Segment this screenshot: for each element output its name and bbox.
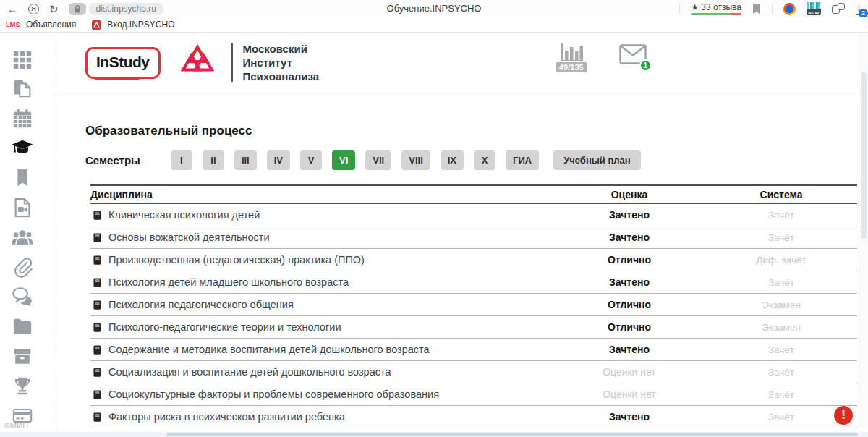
- bookmarks-bar: LMS Объявления Вход.INPSYCHO: [0, 17, 868, 33]
- system-cell: Экзамен: [705, 322, 857, 333]
- discipline-name[interactable]: Содержание и методика воспитания детей д…: [109, 344, 430, 355]
- bookmark-flag-icon[interactable]: [752, 4, 761, 14]
- scrollbar-thumb[interactable]: [166, 433, 858, 436]
- instudy-logo[interactable]: InStudy: [85, 47, 161, 79]
- download-icon[interactable]: ↓ 2: [856, 2, 862, 14]
- reviews-rating[interactable]: ★ 33 отзыва: [691, 2, 741, 15]
- semester-tab-4[interactable]: IV: [267, 150, 290, 170]
- discipline-name[interactable]: Социализация и воспитание детей дошкольн…: [109, 366, 391, 378]
- progress-badge: 49/135: [556, 62, 587, 72]
- discipline-name[interactable]: Производственная (педагогическая) практи…: [109, 254, 365, 266]
- discipline-name[interactable]: Факторы риска в психическом развитии реб…: [109, 411, 345, 423]
- grid-icon[interactable]: [11, 48, 35, 70]
- semester-tab-7[interactable]: VII: [365, 150, 391, 170]
- bar-chart-icon: [559, 42, 584, 64]
- table-row[interactable]: Психология педагогического общения Отлич…: [90, 294, 857, 316]
- documents-icon[interactable]: [11, 78, 35, 100]
- video-file-icon[interactable]: [11, 197, 35, 218]
- bookmark-announcements[interactable]: Объявления: [26, 20, 76, 30]
- copyright-label: ©МИП: [4, 421, 28, 430]
- book-icon: [92, 277, 102, 288]
- table-row[interactable]: Производственная (педагогическая) практи…: [90, 249, 857, 271]
- mail-count-badge: 1: [639, 59, 652, 72]
- table-row[interactable]: Основы вожатской деятельности Зачтено За…: [90, 226, 857, 249]
- system-cell: Зачёт: [705, 232, 857, 243]
- mail-button[interactable]: 1: [619, 44, 647, 67]
- app-window: ©МИП InStudy Московский: [0, 33, 868, 432]
- vertical-scrollbar[interactable]: [859, 33, 868, 427]
- semester-tab-10[interactable]: X: [474, 150, 495, 170]
- mip-logo-icon[interactable]: [179, 44, 216, 82]
- horizontal-scrollbar[interactable]: [0, 432, 868, 437]
- curriculum-button[interactable]: Учебный план: [553, 150, 640, 170]
- discipline-name[interactable]: Клиническая психология детей: [109, 209, 260, 221]
- url-field[interactable]: dist.inpsycho.ru: [89, 3, 163, 15]
- discipline-name[interactable]: Социокультурные факторы и проблемы совре…: [109, 389, 439, 400]
- book-icon: [92, 255, 102, 266]
- system-cell: Зачёт: [705, 210, 857, 221]
- new-badge: NEW: [807, 11, 821, 15]
- folder-icon[interactable]: [11, 315, 35, 337]
- divider: [679, 4, 680, 14]
- semester-tab-1[interactable]: I: [171, 150, 192, 170]
- col-discipline: Дисциплина: [90, 189, 553, 200]
- alert-icon[interactable]: !: [834, 406, 853, 425]
- discipline-name[interactable]: Психология педагогического общения: [109, 299, 294, 310]
- grade-cell: Зачтено: [553, 276, 705, 288]
- content-header: InStudy Московский Институт Психоанализа: [56, 33, 859, 93]
- calendar-icon[interactable]: [11, 108, 35, 130]
- grade-cell: Зачтено: [553, 232, 705, 243]
- progress-chart[interactable]: 49/135: [556, 42, 587, 72]
- header-stats: 49/135 1: [556, 42, 647, 72]
- disciplines-table: Дисциплина Оценка Система Клиническая пс…: [90, 184, 857, 428]
- book-icon: [92, 344, 102, 355]
- semester-tab-2[interactable]: II: [203, 150, 224, 170]
- col-system: Система: [705, 189, 857, 200]
- semester-tabs: Семестры I II III IV V VI VII VIII IX X …: [85, 150, 859, 170]
- table-row[interactable]: Клиническая психология детей Зачтено Зач…: [90, 204, 857, 226]
- semester-tab-9[interactable]: IX: [441, 150, 464, 170]
- bookmark-inpsycho-login[interactable]: Вход.INPSYCHO: [107, 20, 174, 30]
- table-row[interactable]: Социализация и воспитание детей дошкольн…: [90, 361, 857, 383]
- chat-icon[interactable]: [11, 286, 35, 307]
- paperclip-icon[interactable]: [11, 256, 35, 278]
- logo-underline: [95, 77, 140, 80]
- table-row[interactable]: Психология детей младшего школьного возр…: [90, 271, 857, 294]
- graduation-cap-icon[interactable]: [11, 137, 35, 159]
- trophy-icon[interactable]: [11, 375, 35, 396]
- back-icon[interactable]: ←: [7, 4, 18, 14]
- page-title: Образовательный процесс: [85, 124, 859, 138]
- archive-box-icon[interactable]: [11, 345, 35, 367]
- system-cell: Зачёт: [705, 344, 857, 355]
- table-row[interactable]: Содержание и методика воспитания детей д…: [90, 339, 857, 361]
- refresh-icon[interactable]: ↻: [49, 4, 59, 14]
- institute-name: Московский Институт Психоанализа: [243, 42, 320, 84]
- scrollbar-thumb[interactable]: [861, 72, 867, 239]
- table-row[interactable]: Факторы риска в психическом развитии реб…: [90, 406, 857, 428]
- semester-tab-8[interactable]: VIII: [401, 150, 430, 170]
- lock-icon[interactable]: [69, 3, 86, 15]
- semester-tab-3[interactable]: III: [234, 150, 257, 170]
- header-divider: [231, 43, 233, 82]
- table-row[interactable]: Социокультурные факторы и проблемы совре…: [90, 383, 857, 406]
- table-row[interactable]: Психолого-педагогические теории и технол…: [90, 316, 857, 339]
- discipline-name[interactable]: Психология детей младшего школьного возр…: [109, 276, 349, 288]
- grade-cell: Отлично: [553, 321, 705, 333]
- discipline-name[interactable]: Психолого-педагогические теории и технол…: [109, 321, 341, 333]
- users-icon[interactable]: [11, 226, 35, 248]
- mip-favicon: [92, 20, 101, 30]
- semester-tab-6-active[interactable]: VI: [332, 150, 355, 170]
- yandex-profile-icon[interactable]: Я: [28, 4, 39, 14]
- discipline-name[interactable]: Основы вожатской деятельности: [109, 232, 270, 243]
- tabs-icon[interactable]: [832, 3, 845, 14]
- bookmark-icon[interactable]: [11, 167, 35, 189]
- sidebar: ©МИП: [0, 33, 56, 432]
- divider: [772, 4, 773, 14]
- system-cell: Зачёт: [705, 277, 857, 288]
- semester-tab-gia[interactable]: ГИА: [506, 150, 539, 170]
- new-extension-icon[interactable]: NEW: [807, 2, 821, 15]
- semester-tab-5[interactable]: V: [300, 150, 322, 170]
- rating-bar: [691, 13, 741, 15]
- extension-circle-icon[interactable]: [783, 3, 796, 15]
- grade-cell: Зачтено: [553, 209, 705, 221]
